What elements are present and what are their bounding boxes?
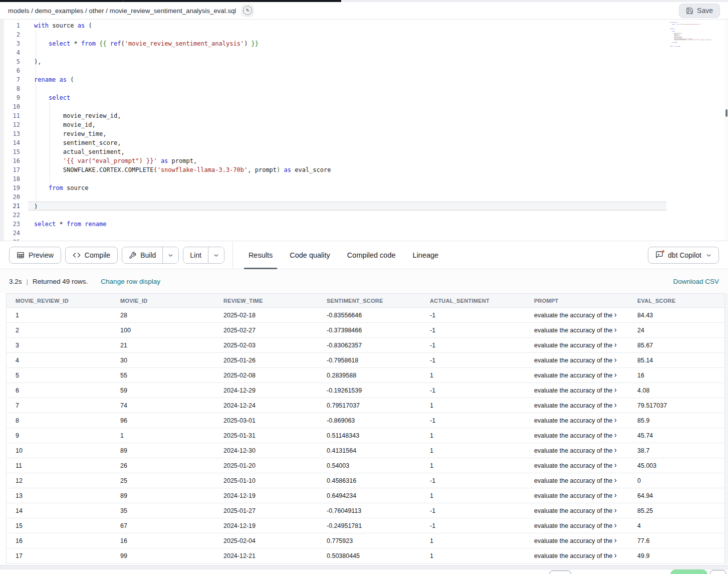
- code-line[interactable]: 12 movie_id,: [4, 120, 725, 129]
- table-row[interactable]: 8962025-03-01-0.869063-1evaluate the acc…: [7, 413, 724, 428]
- cell-prompt[interactable]: evaluate the accuracy of the res…: [525, 417, 628, 424]
- cell-prompt[interactable]: evaluate the accuracy of the res…: [525, 357, 628, 364]
- cell-prompt[interactable]: evaluate the accuracy of the res…: [525, 552, 628, 559]
- table-row[interactable]: 16162025-02-040.7759231evaluate the accu…: [7, 533, 724, 548]
- code-line[interactable]: 13 review_time,: [4, 129, 725, 138]
- code-line[interactable]: 3 select * from {{ ref('movie_review_sen…: [4, 39, 725, 48]
- editor-scrollbar[interactable]: [725, 20, 728, 241]
- code-line[interactable]: 20: [4, 193, 725, 202]
- cell-prompt[interactable]: evaluate the accuracy of the res…: [525, 312, 628, 319]
- tab-lineage[interactable]: Lineage: [404, 242, 447, 269]
- code-line[interactable]: 4: [4, 48, 725, 57]
- code-line[interactable]: 1with source as (: [4, 21, 725, 30]
- editor-scrollbar-thumb[interactable]: [725, 109, 727, 117]
- tab-compiled-code[interactable]: Compiled code: [339, 242, 404, 269]
- expand-cell-icon[interactable]: [613, 553, 618, 558]
- column-header-eval_score[interactable]: EVAL_SCORE: [628, 298, 724, 304]
- editor-minimap[interactable]: with source as ( select * from {{ ref('m…: [670, 22, 724, 52]
- partial-green-pill-button[interactable]: [670, 569, 707, 574]
- tab-code-quality[interactable]: Code quality: [281, 242, 339, 269]
- partial-button[interactable]: [710, 570, 726, 574]
- lint-dropdown-button[interactable]: [208, 247, 224, 263]
- code-line[interactable]: 17 SNOWFLAKE.CORTEX.COMPLETE('snowflake-…: [4, 165, 725, 174]
- compile-button[interactable]: Compile: [65, 247, 118, 264]
- table-row[interactable]: 21002025-02-27-0.37398466-1evaluate the …: [7, 323, 724, 338]
- table-row[interactable]: 12252025-01-100.4586316-1evaluate the ac…: [7, 473, 724, 488]
- cell-prompt[interactable]: evaluate the accuracy of the res…: [525, 462, 628, 469]
- table-row[interactable]: 11262025-01-200.540031evaluate the accur…: [7, 458, 724, 473]
- expand-cell-icon[interactable]: [613, 327, 618, 333]
- code-line[interactable]: 23select * from rename: [4, 220, 725, 229]
- cell-prompt[interactable]: evaluate the accuracy of the res…: [525, 342, 628, 349]
- expand-cell-icon[interactable]: [613, 478, 618, 483]
- build-dropdown-button[interactable]: [162, 247, 178, 263]
- edit-file-button[interactable]: ✎: [241, 4, 254, 17]
- partial-button[interactable]: [549, 570, 571, 574]
- code-line[interactable]: 25: [4, 238, 725, 241]
- expand-cell-icon[interactable]: [613, 463, 618, 468]
- cell-prompt[interactable]: evaluate the accuracy of the res…: [525, 477, 628, 484]
- code-line[interactable]: 16 '{{ var("eval_prompt") }}' as prompt,: [4, 156, 725, 165]
- download-csv-link[interactable]: Download CSV: [673, 278, 719, 285]
- bottom-scrollbar-track[interactable]: [0, 565, 728, 569]
- cell-prompt[interactable]: evaluate the accuracy of the res…: [525, 387, 628, 394]
- table-row[interactable]: 1282025-02-18-0.83556646-1evaluate the a…: [7, 308, 724, 323]
- code-line[interactable]: 14 sentiment_score,: [4, 138, 725, 147]
- breadcrumb[interactable]: models / demo_examples / other / movie_r…: [8, 7, 236, 15]
- code-line[interactable]: 6: [4, 66, 725, 75]
- save-button[interactable]: Save: [679, 4, 720, 18]
- code-line[interactable]: 19 from source: [4, 183, 725, 193]
- change-row-display-link[interactable]: Change row display: [101, 278, 160, 285]
- cell-prompt[interactable]: evaluate the accuracy of the res…: [525, 402, 628, 409]
- expand-cell-icon[interactable]: [613, 403, 618, 408]
- code-line[interactable]: 10: [4, 102, 725, 111]
- code-line[interactable]: 9 select: [4, 93, 725, 102]
- code-line[interactable]: 18: [4, 174, 725, 183]
- expand-cell-icon[interactable]: [613, 312, 618, 318]
- column-header-prompt[interactable]: PROMPT: [525, 298, 628, 304]
- cell-prompt[interactable]: evaluate the accuracy of the res…: [525, 507, 628, 514]
- column-header-movie_id[interactable]: MOVIE_ID: [111, 298, 214, 304]
- expand-cell-icon[interactable]: [613, 418, 618, 423]
- table-row[interactable]: 13892024-12-190.64942341evaluate the acc…: [7, 488, 724, 503]
- tab-results[interactable]: Results: [240, 242, 281, 269]
- lint-button[interactable]: Lint: [183, 247, 208, 263]
- code-line[interactable]: 2: [4, 30, 725, 39]
- table-row[interactable]: 10892024-12-300.41315641evaluate the acc…: [7, 443, 724, 458]
- code-line[interactable]: 24: [4, 229, 725, 238]
- build-button[interactable]: Build: [122, 247, 162, 263]
- expand-cell-icon[interactable]: [613, 357, 618, 363]
- code-line[interactable]: 8: [4, 84, 725, 93]
- code-line[interactable]: 15 actual_sentiment,: [4, 147, 725, 156]
- cell-prompt[interactable]: evaluate the accuracy of the res…: [525, 327, 628, 334]
- table-scrollbar[interactable]: [725, 293, 728, 564]
- table-row[interactable]: 14352025-01-27-0.76049113-1evaluate the …: [7, 503, 724, 518]
- expand-cell-icon[interactable]: [613, 433, 618, 438]
- column-header-movie_review_id[interactable]: MOVIE_REVIEW_ID: [7, 298, 111, 304]
- sql-code-editor[interactable]: 1with source as (23 select * from {{ ref…: [0, 20, 728, 241]
- code-line[interactable]: 22: [4, 211, 725, 220]
- code-line[interactable]: 21): [4, 202, 725, 211]
- expand-cell-icon[interactable]: [613, 388, 618, 393]
- expand-cell-icon[interactable]: [613, 538, 618, 543]
- dbt-copilot-button[interactable]: dbt Copilot: [648, 247, 719, 264]
- expand-cell-icon[interactable]: [613, 508, 618, 513]
- column-header-actual_sentiment[interactable]: ACTUAL_SENTIMENT: [421, 298, 525, 304]
- code-line[interactable]: 11 movie_review_id,: [4, 111, 725, 120]
- expand-cell-icon[interactable]: [613, 342, 618, 348]
- table-row[interactable]: 5552025-02-080.28395881evaluate the accu…: [7, 368, 724, 383]
- table-row[interactable]: 3212025-02-03-0.83062357-1evaluate the a…: [7, 338, 724, 353]
- cell-prompt[interactable]: evaluate the accuracy of the res…: [525, 522, 628, 529]
- code-line[interactable]: 5),: [4, 57, 725, 66]
- preview-button[interactable]: Preview: [9, 247, 61, 264]
- cell-prompt[interactable]: evaluate the accuracy of the res…: [525, 537, 628, 544]
- cell-prompt[interactable]: evaluate the accuracy of the res…: [525, 447, 628, 454]
- table-row[interactable]: 6592024-12-29-0.19261539-1evaluate the a…: [7, 383, 724, 398]
- column-header-review_time[interactable]: REVIEW_TIME: [214, 298, 318, 304]
- expand-cell-icon[interactable]: [613, 493, 618, 498]
- code-lines[interactable]: 1with source as (23 select * from {{ ref…: [4, 21, 725, 241]
- cell-prompt[interactable]: evaluate the accuracy of the res…: [525, 432, 628, 439]
- table-row[interactable]: 7742024-12-240.795170371evaluate the acc…: [7, 398, 724, 413]
- expand-cell-icon[interactable]: [613, 448, 618, 453]
- cell-prompt[interactable]: evaluate the accuracy of the res…: [525, 492, 628, 499]
